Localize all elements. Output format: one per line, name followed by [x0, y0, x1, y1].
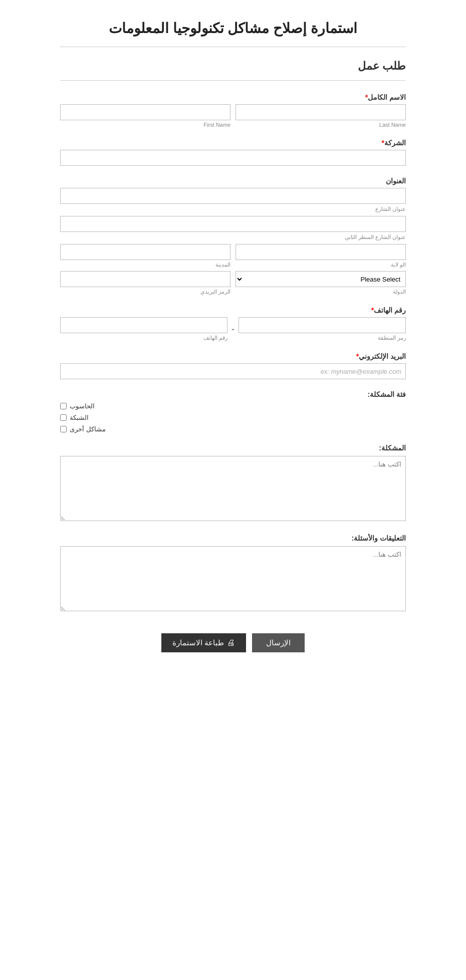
problem-category-group: فئة المشكلة: الحاسوب الشبكة مشاكل أخرى: [60, 390, 406, 433]
other-checkbox-item: مشاكل أخرى: [60, 425, 106, 433]
comments-textarea[interactable]: [60, 546, 406, 611]
company-input[interactable]: [60, 150, 406, 166]
first-name-label: First Name: [60, 122, 230, 128]
computer-checkbox-item: الحاسوب: [60, 402, 95, 410]
phone-group: رقم الهاتف* رقم الهاتف - رمز المنطقة: [60, 306, 406, 341]
phone-label: رقم الهاتف*: [60, 306, 406, 314]
street-address-input[interactable]: [60, 188, 406, 204]
last-name-label: Last Name: [236, 122, 406, 128]
city-col: المدينة: [60, 244, 230, 268]
email-input[interactable]: [60, 363, 406, 379]
first-name-col: First Name: [60, 104, 230, 128]
phone-number-col: رقم الهاتف: [60, 317, 227, 341]
company-group: الشركة*: [60, 139, 406, 166]
email-group: البريد الإلكتروني*: [60, 352, 406, 379]
computer-checkbox[interactable]: [60, 403, 67, 409]
state-input[interactable]: [236, 244, 406, 260]
phone-separator: -: [230, 324, 236, 335]
state-label: الو لاية: [236, 262, 406, 268]
full-name-group: الاسم الكامل* First Name Last Name: [60, 93, 406, 128]
print-button[interactable]: 🖨 طباعة الاستمارة: [161, 633, 246, 652]
printer-icon: 🖨: [227, 638, 235, 647]
network-checkbox-label: الشبكة: [70, 414, 89, 421]
country-label: الدولة: [236, 289, 406, 295]
comments-label: التعليقات والأسئلة:: [60, 534, 406, 542]
street-address-label: عنوان الشارع: [375, 206, 406, 212]
area-code-sub: رمز المنطقة: [239, 335, 406, 341]
phone-number-input[interactable]: [60, 317, 227, 333]
street-address2-input[interactable]: [60, 216, 406, 232]
city-label: المدينة: [60, 262, 230, 268]
last-name-col: Last Name: [236, 104, 406, 128]
problem-category-label: فئة المشكلة:: [60, 390, 406, 398]
state-col: الو لاية: [236, 244, 406, 268]
phone-number-sub: رقم الهاتف: [60, 335, 227, 341]
city-input[interactable]: [60, 244, 230, 260]
network-checkbox-item: الشبكة: [60, 414, 89, 421]
area-code-input[interactable]: [239, 317, 406, 333]
country-wrapper: Please Select الدولة: [236, 271, 406, 295]
full-name-label: الاسم الكامل*: [60, 93, 406, 101]
email-label: البريد الإلكتروني*: [60, 352, 406, 360]
section-title: طلب عمل: [60, 60, 406, 73]
last-name-input[interactable]: [236, 104, 406, 120]
problem-textarea[interactable]: [60, 456, 406, 521]
divider-1: [60, 47, 406, 47]
address-group: العنوان عنوان الشارع عنوان الشارع السطر …: [60, 177, 406, 295]
problem-group: المشكلة:: [60, 444, 406, 523]
first-name-input[interactable]: [60, 104, 230, 120]
buttons-row: الإرسال 🖨 طباعة الاستمارة: [60, 633, 406, 652]
checkbox-group: الحاسوب الشبكة مشاكل أخرى: [60, 402, 406, 433]
zip-label: الرمز البريدي: [60, 289, 230, 295]
problem-label: المشكلة:: [60, 444, 406, 452]
print-label: طباعة الاستمارة: [172, 638, 224, 647]
submit-button[interactable]: الإرسال: [252, 633, 305, 652]
company-label: الشركة*: [60, 139, 406, 147]
computer-checkbox-label: الحاسوب: [70, 402, 95, 410]
page-title: استمارة إصلاح مشاكل تكنولوجيا المعلومات: [60, 20, 406, 37]
other-checkbox[interactable]: [60, 426, 67, 432]
address-label: العنوان: [60, 177, 406, 185]
street-address2-label: عنوان الشارع السطر الثاني: [345, 234, 406, 240]
country-select[interactable]: Please Select: [236, 271, 406, 287]
area-code-col: رمز المنطقة: [239, 317, 406, 341]
comments-group: التعليقات والأسئلة:: [60, 534, 406, 613]
network-checkbox[interactable]: [60, 414, 67, 421]
zip-input[interactable]: [60, 271, 230, 287]
other-checkbox-label: مشاكل أخرى: [70, 425, 106, 433]
zip-wrapper: الرمز البريدي: [60, 271, 230, 295]
divider-2: [60, 80, 406, 81]
